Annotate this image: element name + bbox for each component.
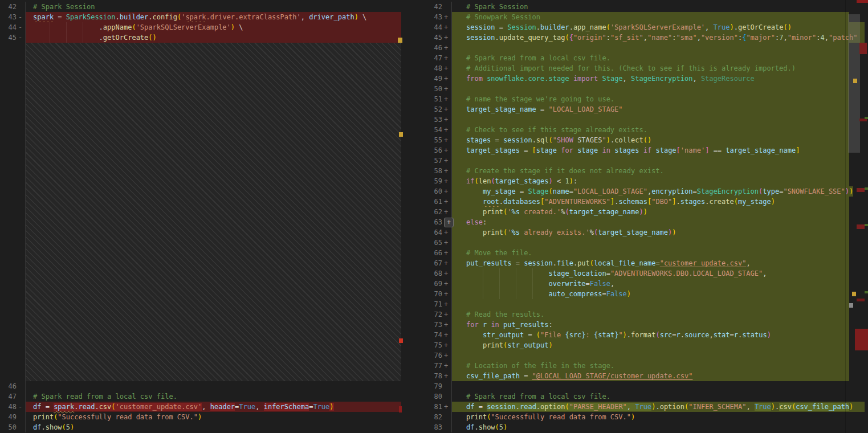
line-gutter[interactable]: 80: [405, 391, 452, 402]
line-number[interactable]: 67: [405, 258, 442, 268]
code-text[interactable]: print("Successfully read data from CSV."…: [452, 412, 849, 422]
line-number[interactable]: 47: [0, 391, 17, 402]
code-text[interactable]: [452, 350, 849, 361]
line-number[interactable]: 68: [405, 268, 442, 279]
code-text[interactable]: # Spark Session: [452, 2, 849, 12]
line-gutter[interactable]: 74+: [405, 330, 452, 340]
line-gutter[interactable]: 71+: [405, 299, 452, 309]
code-text[interactable]: for r in put_results:: [452, 320, 849, 330]
line-number[interactable]: 50: [0, 422, 17, 432]
line-number[interactable]: 69: [405, 279, 442, 289]
line-number[interactable]: 42: [0, 2, 17, 12]
line-number[interactable]: 65: [405, 238, 442, 248]
code-line[interactable]: 70+ auto_compress=False): [405, 289, 868, 299]
code-line[interactable]: 57+: [405, 156, 868, 166]
line-gutter[interactable]: 64+: [405, 227, 452, 238]
line-number[interactable]: 44: [405, 22, 442, 32]
line-gutter[interactable]: 60+: [405, 186, 452, 197]
line-number[interactable]: 61: [405, 197, 442, 207]
code-line[interactable]: 64+ print('%s already exists.'%(target_s…: [405, 227, 868, 238]
code-line[interactable]: 51+# name the stage we're going to use.: [405, 94, 868, 104]
line-number[interactable]: 54: [405, 125, 442, 135]
line-gutter[interactable]: 78+: [405, 371, 452, 381]
code-text[interactable]: session = Session.builder.app_name('Spar…: [452, 22, 865, 32]
line-gutter[interactable]: 48-: [0, 402, 26, 412]
line-gutter[interactable]: 66+: [405, 248, 452, 258]
line-gutter[interactable]: 46+: [405, 43, 452, 53]
line-gutter[interactable]: 51+: [405, 94, 452, 104]
line-gutter[interactable]: 49+: [405, 73, 452, 84]
code-line[interactable]: 69+ overwrite=False,: [405, 279, 868, 289]
code-text[interactable]: spark = SparkSession.builder.config('spa…: [26, 12, 401, 22]
line-gutter[interactable]: 45+: [405, 32, 452, 43]
code-text[interactable]: .appName('SparkSQLServerExample') \: [26, 22, 401, 32]
code-line[interactable]: 50+: [405, 84, 868, 94]
code-text[interactable]: [26, 381, 401, 391]
code-text[interactable]: # Snowpark Session: [452, 12, 849, 22]
code-text[interactable]: # Check to see if this stage already exi…: [452, 125, 849, 135]
line-number[interactable]: 45: [0, 32, 17, 43]
code-text[interactable]: print('%s already exists.'%(target_stage…: [452, 227, 849, 238]
code-text[interactable]: print(str_output): [452, 340, 849, 350]
line-number[interactable]: 77: [405, 361, 442, 371]
code-text[interactable]: # Move the file.: [452, 248, 849, 258]
code-line[interactable]: 59+if(len(target_stages) < 1):: [405, 176, 868, 186]
code-line[interactable]: 52+target_stage_name = "LOCAL_LOAD_STAGE…: [405, 104, 868, 115]
code-line[interactable]: 63+else:: [405, 217, 868, 227]
code-line[interactable]: 75+ print(str_output): [405, 340, 868, 350]
original-code-pane[interactable]: 42# Spark Session43-spark = SparkSession…: [0, 0, 405, 433]
line-number[interactable]: 73: [405, 320, 442, 330]
line-number[interactable]: 55: [405, 135, 442, 145]
line-number[interactable]: 64: [405, 227, 442, 238]
code-text[interactable]: # Additional import needed for this. (Ch…: [452, 63, 849, 73]
line-number[interactable]: 81: [405, 402, 442, 412]
code-line[interactable]: 54+# Check to see if this stage already …: [405, 125, 868, 135]
code-line[interactable]: 58+# Create the stage if it does not alr…: [405, 166, 868, 176]
line-number[interactable]: 80: [405, 391, 442, 402]
code-line[interactable]: 80# Spark read from a local csv file.: [405, 391, 868, 402]
code-line[interactable]: 45- .getOrCreate(): [0, 32, 405, 43]
line-number[interactable]: 63: [405, 217, 442, 227]
code-text[interactable]: # Spark read from a local csv file.: [26, 391, 401, 402]
code-text[interactable]: # Spark read from a local csv file.: [452, 53, 849, 63]
code-text[interactable]: stage_location="ADVENTUREWORKS.DBO.LOCAL…: [452, 268, 849, 279]
code-text[interactable]: target_stage_name = "LOCAL_LOAD_STAGE": [452, 104, 849, 115]
code-line[interactable]: 66+# Move the file.: [405, 248, 868, 258]
code-text[interactable]: target_stages = [stage for stage in stag…: [452, 145, 849, 156]
line-number[interactable]: 78: [405, 371, 442, 381]
line-number[interactable]: 43: [405, 12, 442, 22]
line-gutter[interactable]: 83: [405, 422, 452, 432]
expand-diff-button[interactable]: +: [444, 218, 454, 227]
line-gutter[interactable]: 43+: [405, 12, 452, 22]
code-line[interactable]: 77+# Location of the file in the stage.: [405, 361, 868, 371]
line-gutter[interactable]: 70+: [405, 289, 452, 299]
line-number[interactable]: 58: [405, 166, 442, 176]
code-line[interactable]: 81+df = session.read.option("PARSE_HEADE…: [405, 402, 868, 412]
line-gutter[interactable]: 73+: [405, 320, 452, 330]
code-line[interactable]: 49+from snowflake.core.stage import Stag…: [405, 73, 868, 84]
line-gutter[interactable]: 45-: [0, 32, 26, 43]
line-gutter[interactable]: 50: [0, 422, 26, 432]
code-line[interactable]: 79: [405, 381, 868, 391]
line-gutter[interactable]: 59+: [405, 176, 452, 186]
line-number[interactable]: 57: [405, 156, 442, 166]
line-gutter[interactable]: 58+: [405, 166, 452, 176]
line-number[interactable]: 53: [405, 115, 442, 125]
code-line[interactable]: 46: [0, 381, 405, 391]
code-line[interactable]: 42# Spark Session: [0, 2, 405, 12]
line-number[interactable]: 51: [405, 94, 442, 104]
code-line[interactable]: 42# Spark Session: [405, 2, 868, 12]
scrollbar-thumb[interactable]: [848, 14, 860, 153]
line-gutter[interactable]: 54+: [405, 125, 452, 135]
code-text[interactable]: [452, 115, 849, 125]
code-line[interactable]: 76+: [405, 350, 868, 361]
code-line[interactable]: 47# Spark read from a local csv file.: [0, 391, 405, 402]
code-text[interactable]: # name the stage we're going to use.: [452, 94, 849, 104]
line-gutter[interactable]: 61+: [405, 197, 452, 207]
line-gutter[interactable]: 81+: [405, 402, 452, 412]
code-text[interactable]: # Read the results.: [452, 309, 849, 320]
code-line[interactable]: 48-df = spark.read.csv('customer_update.…: [0, 402, 405, 412]
line-gutter[interactable]: 44-: [0, 22, 26, 32]
line-gutter[interactable]: 56+: [405, 145, 452, 156]
line-number[interactable]: 44: [0, 22, 17, 32]
